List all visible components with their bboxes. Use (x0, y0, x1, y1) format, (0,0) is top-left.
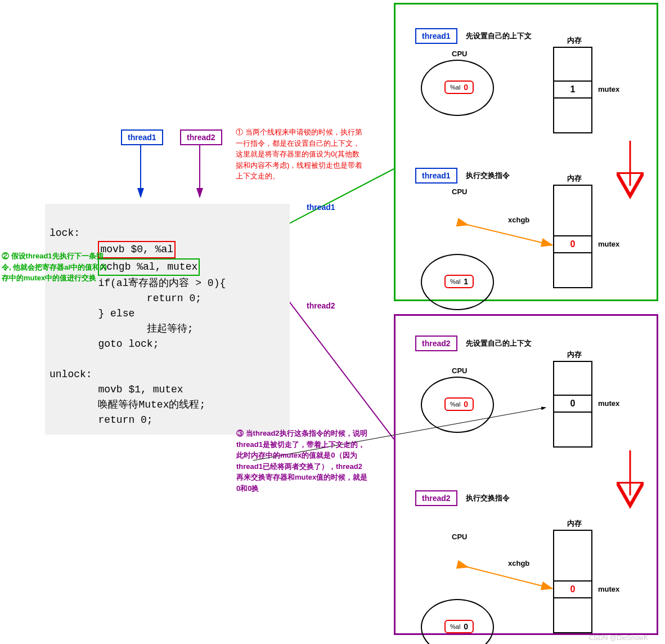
p1-al2: %al1 (444, 275, 474, 288)
mem-cell-empty (554, 598, 591, 632)
p2-mem2: 0 (553, 530, 592, 633)
mem-cell-empty (554, 413, 591, 446)
p2-mem2-val: 0 (554, 582, 591, 598)
note-2: ② 假设thread1先执行下一条指令, 他就会把寄存器al中的值和内存中的mu… (2, 251, 109, 284)
thread2-label: thread2 (180, 129, 222, 145)
mem-cell-empty (554, 531, 591, 582)
p2-cpu1-label: CPU (452, 366, 467, 375)
p1-cpu1-label: CPU (452, 50, 467, 58)
p2-tag2: thread2 (415, 490, 457, 506)
p2-al2: %al0 (444, 620, 474, 633)
code-xchgb: xchgb %al, mutex (98, 258, 200, 276)
p1-mem2: 0 (553, 185, 592, 288)
mem-cell-empty (554, 362, 591, 396)
code-movb1: movb $1, mutex (98, 384, 183, 395)
p1-mutex2: mutex (598, 240, 619, 248)
p2-mem2-label: 内存 (567, 518, 582, 529)
panel-thread1: thread1 先设置自己的上下文 CPU %al0 内存 1 mutex th… (394, 3, 658, 301)
mem-cell-empty (554, 253, 591, 287)
code-if: if(al寄存器的内容 > 0){ (98, 278, 226, 289)
mem-cell-empty (554, 186, 591, 236)
code-movb0: movb $0, %al (98, 241, 176, 258)
p1-tag2: thread1 (415, 168, 457, 184)
p1-mem2-label: 内存 (567, 173, 582, 184)
code-wait: 挂起等待; (147, 323, 194, 334)
p1-al1: %al0 (444, 80, 474, 94)
line-label-thread2: thread2 (307, 301, 335, 310)
p1-mutex1: mutex (598, 85, 619, 93)
thread1-label: thread1 (121, 129, 163, 145)
p1-mem1-val: 1 (554, 82, 591, 99)
code-ret0b: return 0; (98, 414, 152, 426)
p2-xchgb: xchgb (508, 559, 529, 567)
line-label-thread1: thread1 (307, 203, 335, 212)
code-else: } else (98, 308, 134, 319)
p2-mem1-val: 0 (554, 396, 591, 413)
p2-cpu2-label: CPU (452, 533, 467, 541)
p1-step2: 执行交换指令 (466, 171, 510, 181)
p1-mem1-label: 内存 (567, 35, 582, 46)
p1-cpu2-label: CPU (452, 187, 467, 196)
p1-xchgb: xchgb (508, 216, 529, 224)
p1-step1: 先设置自己的上下文 (466, 31, 532, 41)
p1-cpu1: %al0 (421, 60, 494, 116)
p2-mem1-label: 内存 (567, 350, 582, 360)
p1-mem2-val: 0 (554, 236, 591, 253)
note-1: ① 当两个线程来申请锁的时候，执行第一行指令，都是在设置自己的上下文，这里就是将… (236, 127, 365, 182)
p1-cpu2: %al1 (421, 254, 494, 310)
mem-cell-empty (554, 99, 591, 132)
mem-cell-empty (554, 48, 591, 82)
code-wake: 唤醒等待Mutex的线程; (98, 399, 205, 410)
note-3: ③ 当thread2执行这条指令的时候，说明thread1是被切走了，带着上下文… (236, 428, 369, 494)
p1-tag1: thread1 (415, 28, 457, 44)
code-goto: goto lock; (98, 338, 159, 350)
p1-mem1: 1 (553, 47, 592, 133)
p2-cpu2: %al0 (421, 599, 494, 644)
p2-step1: 先设置自己的上下文 (466, 338, 532, 348)
p2-step2: 执行交换指令 (466, 493, 510, 503)
p2-mem1: 0 (553, 361, 592, 448)
p2-al1: %al0 (444, 397, 474, 411)
p2-mutex1: mutex (598, 399, 619, 408)
code-lock: lock: (50, 226, 285, 241)
code-unlock: unlock: (50, 367, 285, 382)
code-ret0a: return 0; (147, 293, 201, 304)
p2-cpu1: %al0 (421, 377, 494, 433)
p2-mutex2: mutex (598, 585, 619, 593)
p2-tag1: thread2 (415, 336, 457, 351)
watermark: CSDN @DieSnowK (588, 634, 648, 642)
panel-thread2: thread2 先设置自己的上下文 CPU %al0 内存 0 mutex th… (394, 314, 658, 635)
pseudocode: lock: movb $0, %al xchgb %al, mutex if(a… (45, 204, 290, 435)
